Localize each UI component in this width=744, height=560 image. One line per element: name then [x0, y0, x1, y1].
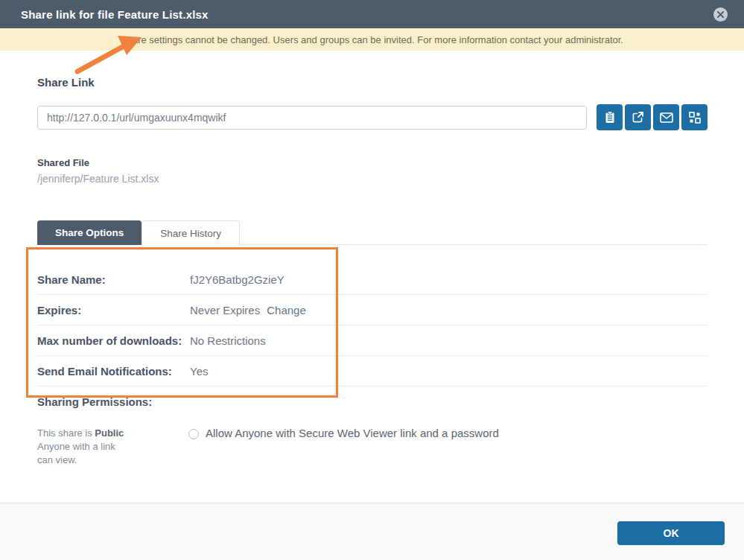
- row-label: Share Name:: [37, 273, 190, 286]
- note-public: Public: [95, 427, 124, 439]
- note-line2: Anyone with a link: [37, 441, 115, 452]
- radio-button-icon[interactable]: [188, 429, 199, 439]
- row-value: Never Expires: [190, 304, 260, 316]
- dialog-header: Share link for file Feature List.xlsx: [0, 0, 744, 28]
- share-link-input[interactable]: [37, 106, 587, 130]
- warning-banner-text: Share settings cannot be changed. Users …: [121, 34, 623, 45]
- qr-code-button[interactable]: [681, 104, 708, 130]
- radio-label: Allow Anyone with Secure Web Viewer link…: [206, 427, 499, 439]
- permissions-section: This share is Public Anyone with a link …: [37, 427, 708, 467]
- share-link-row: [37, 104, 708, 130]
- tab-bar: Share Options Share History: [37, 220, 708, 245]
- note-prefix: This share is: [37, 427, 95, 439]
- row-value: No Restrictions: [190, 334, 266, 347]
- shared-file-heading: Shared File: [37, 157, 708, 168]
- external-link-icon: [632, 111, 644, 124]
- row-value: fJ2Y6Batbg2GzieY: [190, 273, 284, 286]
- dialog-title: Share link for file Feature List.xlsx: [21, 8, 209, 21]
- row-label: Send Email Notifications:: [37, 365, 190, 378]
- row-label: Expires:: [37, 304, 190, 316]
- row-value: Yes: [190, 365, 208, 378]
- email-link-button[interactable]: [653, 104, 679, 130]
- dialog-body: Share Link: [0, 76, 744, 467]
- share-link-heading: Share Link: [37, 76, 708, 89]
- share-link-dialog: Share link for file Feature List.xlsx Sh…: [0, 0, 744, 560]
- envelope-icon: [660, 112, 673, 123]
- change-expiry-link[interactable]: Change: [267, 304, 306, 316]
- table-row-max-downloads: Max number of downloads: No Restrictions: [37, 325, 708, 356]
- tab-share-history[interactable]: Share History: [142, 220, 240, 245]
- warning-banner: Share settings cannot be changed. Users …: [0, 28, 744, 51]
- table-row-share-name: Share Name: fJ2Y6Batbg2GzieY: [37, 264, 708, 295]
- share-link-actions: [597, 104, 708, 130]
- shared-file-path: /jenniferp/Feature List.xlsx: [37, 173, 708, 185]
- copy-to-clipboard-button[interactable]: [597, 104, 623, 130]
- dialog-footer: OK: [0, 503, 744, 560]
- table-row-email-notifications: Send Email Notifications: Yes: [37, 356, 708, 386]
- row-label: Sharing Permissions:: [37, 395, 190, 408]
- secure-viewer-radio-option[interactable]: Allow Anyone with Secure Web Viewer link…: [188, 427, 499, 467]
- row-label: Max number of downloads:: [37, 334, 190, 347]
- clipboard-icon: [604, 111, 616, 124]
- share-options-table: Share Name: fJ2Y6Batbg2GzieY Expires: Ne…: [37, 264, 708, 417]
- table-row-sharing-permissions: Sharing Permissions:: [37, 386, 708, 417]
- share-visibility-note: This share is Public Anyone with a link …: [37, 427, 188, 467]
- qr-code-icon: [689, 112, 701, 124]
- tab-share-options[interactable]: Share Options: [37, 220, 142, 245]
- note-line3: can view.: [37, 454, 77, 465]
- close-x-glyph: [717, 11, 724, 18]
- close-icon[interactable]: [713, 7, 728, 22]
- table-row-expires: Expires: Never Expires Change: [37, 295, 708, 325]
- open-link-button[interactable]: [625, 104, 651, 130]
- ok-button[interactable]: OK: [617, 521, 725, 545]
